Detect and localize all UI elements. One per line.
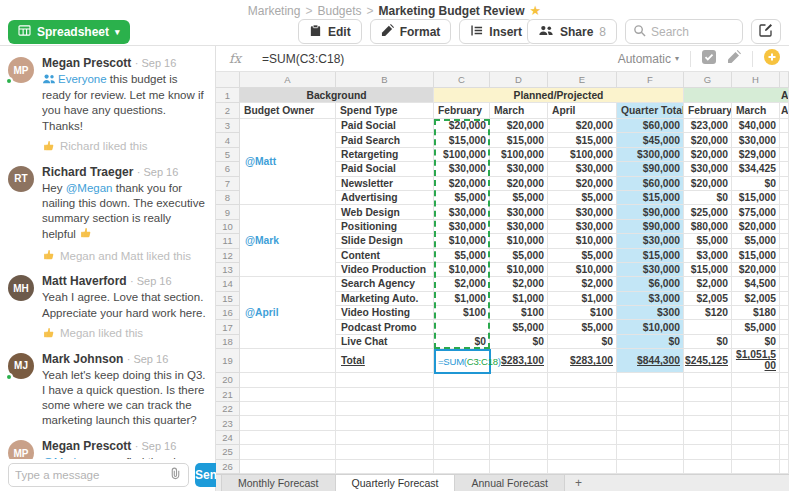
cell-H12[interactable]: $15,000 (732, 249, 780, 263)
cell-I25[interactable] (780, 445, 789, 459)
compose-button[interactable] (751, 19, 781, 44)
cell-H6[interactable]: $34,425 (732, 162, 780, 176)
cell-G22[interactable] (684, 402, 732, 416)
formula-input[interactable]: =SUM(C3:C18) (254, 52, 618, 66)
cell-I24[interactable] (780, 431, 789, 445)
cell-G8[interactable]: $0 (684, 191, 732, 205)
cell-C17[interactable] (434, 320, 490, 334)
cell-C16[interactable]: $100 (434, 306, 490, 320)
cell-I15[interactable] (780, 292, 789, 306)
cell-I5[interactable] (780, 148, 789, 162)
cell-E4[interactable]: $15,000 (548, 133, 617, 147)
cell-editor-C19[interactable]: =SUM(C3:C18) (434, 349, 491, 374)
cell-C24[interactable] (434, 431, 490, 445)
row-header-11[interactable]: 11 (216, 234, 240, 248)
cell-I9[interactable] (780, 205, 789, 219)
cell-C2[interactable]: February (434, 103, 490, 119)
cell-D22[interactable] (490, 402, 548, 416)
cell-H8[interactable]: $15,000 (732, 191, 780, 205)
cell-F13[interactable]: $30,000 (617, 263, 684, 277)
cell-G23[interactable] (684, 416, 732, 430)
cell-H15[interactable]: $2,005 (732, 292, 780, 306)
cell-F4[interactable]: $45,000 (617, 133, 684, 147)
cell-D4[interactable]: $15,000 (490, 133, 548, 147)
cell-I22[interactable] (780, 402, 789, 416)
cell-G15[interactable]: $2,005 (684, 292, 732, 306)
cell-E22[interactable] (548, 402, 617, 416)
cell-I21[interactable] (780, 388, 789, 402)
cell-B2[interactable]: Spend Type (336, 103, 434, 119)
sheet-tab-quarterly-forecast[interactable]: Quarterly Forecast (335, 475, 456, 491)
breadcrumb-item[interactable]: Budgets (317, 4, 361, 18)
cell-A26[interactable] (240, 460, 336, 474)
row-header-23[interactable]: 23 (216, 416, 240, 430)
cell-D24[interactable] (490, 431, 548, 445)
cell-B21[interactable] (336, 388, 434, 402)
cell-E26[interactable] (548, 460, 617, 474)
column-header-C[interactable]: C (434, 72, 490, 88)
cell-F2[interactable]: Quarter Total (617, 103, 684, 119)
cell-F21[interactable] (617, 388, 684, 402)
calc-mode-dropdown[interactable]: Automatic ▾ (618, 52, 679, 66)
cell-I19[interactable] (780, 349, 789, 373)
cell-F25[interactable] (617, 445, 684, 459)
cell-A1-background-section[interactable]: Background (240, 88, 434, 103)
cell-F9[interactable]: $90,000 (617, 205, 684, 219)
cell-H11[interactable]: $5,000 (732, 234, 780, 248)
cell-G20[interactable] (684, 373, 732, 387)
cell-B25[interactable] (336, 445, 434, 459)
column-header-G[interactable]: G (684, 72, 732, 88)
cell-E15[interactable]: $1,000 (548, 292, 617, 306)
cell-I14[interactable] (780, 277, 789, 291)
cell-I16[interactable] (780, 306, 789, 320)
cell-C13[interactable]: $10,000 (434, 263, 490, 277)
row-header-18[interactable]: 18 (216, 335, 240, 349)
cell-C9[interactable]: $30,000 (434, 205, 490, 219)
cell-E2[interactable]: April (548, 103, 617, 119)
cell-E18[interactable]: $0 (548, 335, 617, 349)
cell-B20[interactable] (336, 373, 434, 387)
cell-I4[interactable] (780, 133, 789, 147)
cell-C25[interactable] (434, 445, 490, 459)
cell-D15[interactable]: $1,000 (490, 292, 548, 306)
sheet-tab-monthly-forecast[interactable]: Monthly Forecast (221, 475, 336, 491)
row-header-26[interactable]: 26 (216, 460, 240, 474)
edit-button[interactable]: Edit (298, 19, 362, 44)
cell-C1-planned-section[interactable]: Planned/Projected (434, 88, 684, 103)
cell-H24[interactable] (732, 431, 780, 445)
row-header-1[interactable]: 1 (216, 88, 240, 103)
cell-A24[interactable] (240, 431, 336, 445)
cell-G2[interactable]: February (684, 103, 732, 119)
cell-D8[interactable]: $5,000 (490, 191, 548, 205)
cell-I7[interactable] (780, 177, 789, 191)
cell-B8[interactable]: Advertising (336, 191, 434, 205)
column-header-A[interactable]: A (240, 72, 336, 88)
row-header-7[interactable]: 7 (216, 177, 240, 191)
spreadsheet-menu-button[interactable]: Spreadsheet ▾ (8, 20, 130, 44)
cell-E5[interactable]: $100,000 (548, 148, 617, 162)
cell-B23[interactable] (336, 416, 434, 430)
cell-E7[interactable]: $20,000 (548, 177, 617, 191)
mention-link[interactable]: @Megan (66, 182, 113, 194)
row-header-5[interactable]: 5 (216, 148, 240, 162)
cell-G12[interactable]: $3,000 (684, 249, 732, 263)
cell-C4[interactable]: $15,000 (434, 133, 490, 147)
cell-F6[interactable]: $90,000 (617, 162, 684, 176)
cell-D16[interactable]: $100 (490, 306, 548, 320)
cell-I26[interactable] (780, 460, 789, 474)
cell-H3[interactable]: $40,000 (732, 119, 780, 133)
cell-C18[interactable]: $0 (434, 335, 490, 349)
cell-C15[interactable]: $1,000 (434, 292, 490, 306)
cell-E13[interactable]: $10,000 (548, 263, 617, 277)
cell-E11[interactable]: $10,000 (548, 234, 617, 248)
row-header-4[interactable]: 4 (216, 133, 240, 147)
cell-F19[interactable]: $844,300 (617, 349, 684, 373)
cell-D3[interactable]: $20,000 (490, 119, 548, 133)
cell-B14[interactable]: Search Agency (336, 277, 434, 291)
cell-F7[interactable]: $60,000 (617, 177, 684, 191)
paperclip-icon[interactable] (169, 466, 182, 484)
cell-H10[interactable]: $20,000 (732, 220, 780, 234)
insert-button[interactable]: Insert (459, 19, 533, 44)
cell-D14[interactable]: $2,000 (490, 277, 548, 291)
cell-I2[interactable]: April (780, 103, 789, 119)
